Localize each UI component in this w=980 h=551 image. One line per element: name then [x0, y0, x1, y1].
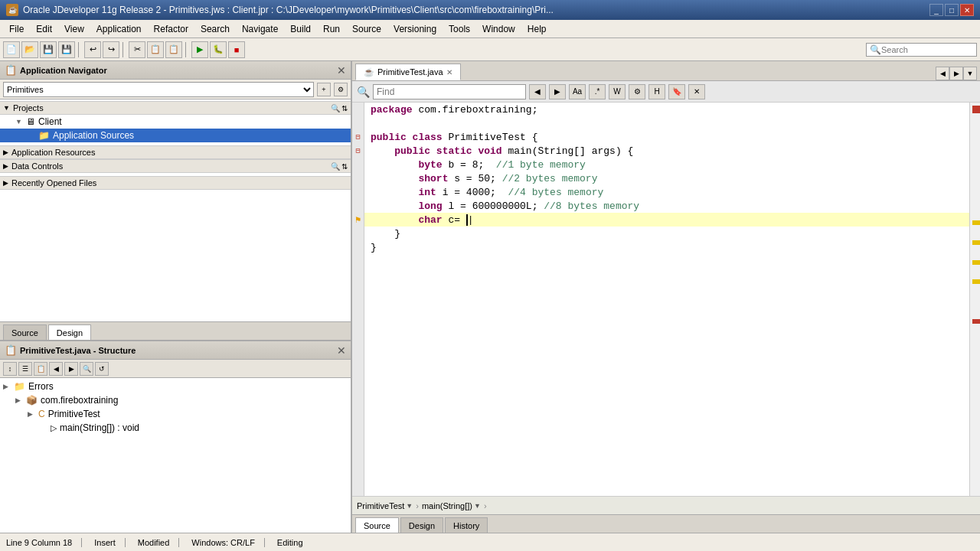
project-dropdown[interactable]: Primitives [3, 82, 314, 97]
find-options[interactable]: ⚙ [629, 84, 645, 99]
menu-item-versioning[interactable]: Versioning [387, 22, 443, 36]
struct-btn-5[interactable]: ▶ [64, 362, 78, 376]
primitivetest-tab[interactable]: ☕ PrimitiveTest.java ✕ [355, 64, 461, 80]
data-controls-filter-icon[interactable]: 🔍 [331, 162, 340, 171]
bottom-tabs: Source Design History [352, 514, 980, 533]
projects-sort-icon[interactable]: ⇅ [341, 104, 348, 112]
copy-button[interactable]: 📋 [147, 41, 164, 58]
client-item[interactable]: ▼ 🖥 Client [0, 115, 351, 129]
find-input[interactable] [373, 84, 526, 99]
li-5 [352, 158, 364, 171]
find-bookmarks[interactable]: 🔖 [668, 84, 685, 99]
find-regex[interactable]: .* [589, 84, 606, 99]
struct-btn-filter[interactable]: 🔍 [80, 362, 93, 376]
paste-button[interactable]: 📋 [165, 41, 182, 58]
menu-item-source[interactable]: Source [346, 22, 387, 36]
close-button[interactable]: ✕ [960, 4, 974, 16]
tab-close-button[interactable]: ✕ [446, 68, 452, 77]
breadcrumb-sep-2: › [484, 501, 487, 510]
projects-section[interactable]: ▼ Projects 🔍 ⇅ [0, 101, 351, 115]
structure-panel: 📋 PrimitiveTest.java - Structure ✕ ↕ ☰ 📋… [0, 341, 351, 533]
package-icon: 📦 [26, 395, 38, 406]
redo-button[interactable]: ↪ [103, 41, 119, 58]
tab-scroll-left[interactable]: ◀ [936, 67, 949, 80]
menu-item-build[interactable]: Build [284, 22, 317, 36]
find-match-case[interactable]: Aa [569, 84, 586, 99]
navigator-close-button[interactable]: ✕ [337, 64, 346, 77]
history-tab-bottom[interactable]: History [445, 517, 488, 533]
code-editor[interactable]: ⊟ ⊟ ⚑ package com.fireboxtraining; publi… [352, 103, 980, 496]
breadcrumb-sep-1: › [416, 501, 419, 510]
struct-btn-3[interactable]: 📋 [34, 362, 47, 376]
data-controls-label: Data Controls [11, 161, 63, 171]
struct-btn-4[interactable]: ◀ [49, 362, 63, 376]
undo-button[interactable]: ↩ [84, 41, 101, 58]
menu-item-view[interactable]: View [58, 22, 90, 36]
code-line-1: package com.fireboxtraining; [364, 103, 969, 116]
menu-item-application[interactable]: Application [90, 22, 148, 36]
menu-item-edit[interactable]: Edit [30, 22, 58, 36]
struct-btn-1[interactable]: ↕ [3, 362, 17, 376]
menu-item-navigate[interactable]: Navigate [236, 22, 284, 36]
struct-btn-refresh[interactable]: ↺ [95, 362, 109, 376]
client-expand-icon[interactable]: ▼ [15, 118, 26, 126]
bottom-breadcrumb: PrimitiveTest ▼ › main(String[]) ▼ › [352, 496, 980, 514]
li-3[interactable]: ⊟ [352, 130, 364, 144]
breadcrumb-method[interactable]: main(String[]) ▼ [422, 501, 481, 510]
structure-close-button[interactable]: ✕ [337, 344, 346, 357]
navigator-icon: 📋 [5, 64, 17, 76]
new-button[interactable]: 📄 [3, 41, 20, 58]
data-controls-sort-icon[interactable]: ⇅ [341, 162, 348, 171]
class-expand-icon[interactable]: ▶ [28, 410, 38, 418]
save-button[interactable]: 💾 [40, 41, 57, 58]
package-item[interactable]: ▶ 📦 com.fireboxtraining [0, 393, 351, 407]
find-next-button[interactable]: ▶ [549, 84, 566, 99]
code-area[interactable]: package com.fireboxtraining; public clas… [364, 103, 969, 496]
menu-item-run[interactable]: Run [317, 22, 346, 36]
source-tab-bottom[interactable]: Source [355, 517, 399, 533]
source-tab-left[interactable]: Source [3, 324, 47, 340]
li-8 [352, 199, 364, 213]
cut-button[interactable]: ✂ [129, 41, 145, 58]
save-all-button[interactable]: 💾 [58, 41, 75, 58]
find-highlight[interactable]: H [648, 84, 665, 99]
package-expand-icon[interactable]: ▶ [15, 396, 26, 404]
projects-filter-icon[interactable]: 🔍 [331, 104, 340, 112]
design-tab-bottom[interactable]: Design [400, 517, 443, 533]
app-resources-section[interactable]: ▶ Application Resources [0, 145, 351, 159]
error-indicator-top [972, 106, 980, 113]
debug-button[interactable]: 🐛 [210, 41, 227, 58]
errors-item[interactable]: ▶ 📁 Errors [0, 380, 351, 393]
menu-item-tools[interactable]: Tools [443, 22, 476, 36]
stop-button[interactable]: ■ [228, 41, 245, 58]
minimize-button[interactable]: _ [929, 4, 943, 16]
tab-menu[interactable]: ▼ [963, 67, 977, 80]
menu-item-search[interactable]: Search [194, 22, 236, 36]
breadcrumb-arrow-2: ▼ [474, 502, 481, 510]
open-button[interactable]: 📂 [21, 41, 38, 58]
class-item[interactable]: ▶ C PrimitiveTest [0, 407, 351, 421]
design-tab-left[interactable]: Design [48, 324, 91, 340]
menu-item-file[interactable]: File [3, 22, 30, 36]
li-4[interactable]: ⊟ [352, 144, 364, 158]
menu-item-help[interactable]: Help [521, 22, 553, 36]
run-button[interactable]: ▶ [191, 41, 208, 58]
search-input[interactable] [881, 45, 973, 54]
find-close[interactable]: ✕ [688, 84, 705, 99]
maximize-button[interactable]: □ [945, 4, 959, 16]
data-controls-section[interactable]: ▶ Data Controls 🔍 ⇅ [0, 159, 351, 173]
find-prev-button[interactable]: ◀ [529, 84, 546, 99]
search-box[interactable]: 🔍 [866, 43, 977, 57]
project-settings-button[interactable]: ⚙ [334, 83, 348, 96]
add-project-button[interactable]: + [317, 83, 331, 96]
app-sources-item[interactable]: 📁 Application Sources [0, 129, 351, 142]
menu-item-refactor[interactable]: Refactor [148, 22, 194, 36]
menu-item-window[interactable]: Window [476, 22, 521, 36]
struct-btn-2[interactable]: ☰ [18, 362, 32, 376]
tab-scroll-right[interactable]: ▶ [949, 67, 963, 80]
errors-expand-icon[interactable]: ▶ [3, 383, 14, 390]
find-whole-word[interactable]: W [609, 84, 626, 99]
method-item[interactable]: ▷ main(String[]) : void [0, 421, 351, 435]
recent-files-section[interactable]: ▶ Recently Opened Files [0, 176, 351, 190]
breadcrumb-class[interactable]: PrimitiveTest ▼ [357, 501, 413, 510]
